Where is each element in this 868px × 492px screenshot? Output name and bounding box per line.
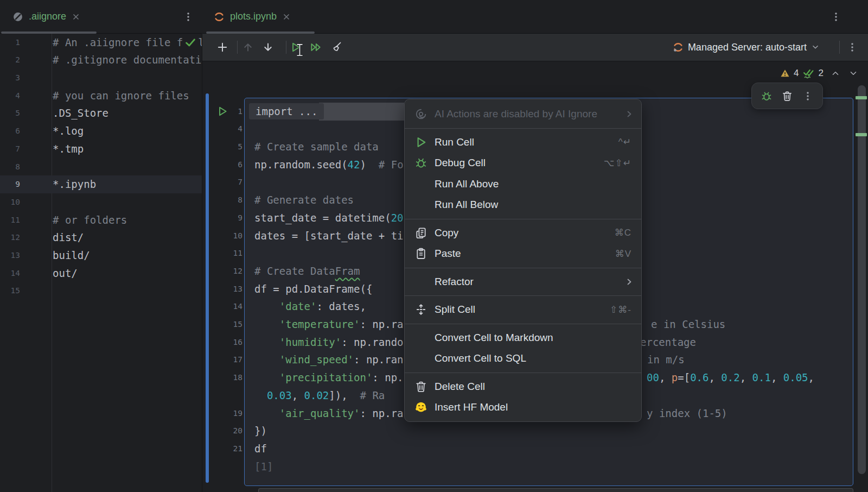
menu-item-convert-cell-to-sql[interactable]: Convert Cell to SQL [405, 348, 641, 369]
aiignore-editor[interactable]: 1# An .aiignore file fl2# .gitignore doc… [0, 34, 202, 492]
tab-aiignore[interactable]: .aiignore [12, 0, 81, 33]
prev-problem-icon[interactable] [831, 68, 840, 78]
code-line: # An .aiignore file fl [53, 34, 202, 52]
next-problem-icon[interactable] [848, 68, 858, 78]
code-token: }) [254, 425, 267, 437]
code-line: *.tmp [53, 140, 84, 158]
code-token: : np. [372, 371, 403, 383]
menu-item-shortcut: ⇧⌘- [610, 304, 631, 316]
split-icon [414, 303, 427, 316]
current-line-highlight [0, 175, 202, 193]
copy-icon [414, 226, 427, 239]
change-marker[interactable] [856, 133, 867, 136]
folded-code-region[interactable]: import ... [249, 103, 324, 119]
paste-icon [414, 247, 427, 260]
line-number: 20 [206, 422, 242, 440]
line-number: 1 [0, 34, 20, 52]
more-icon[interactable] [846, 41, 858, 53]
line-number: 8 [0, 158, 20, 176]
code-token: =[ [678, 371, 690, 383]
selection-highlight [319, 103, 404, 121]
code-line: out/ [53, 264, 78, 282]
line-number: 9 [206, 209, 242, 227]
text-cursor [296, 43, 304, 57]
line-number: 3 [0, 69, 20, 87]
code-line: df = pd.DataFrame({ [254, 280, 372, 298]
more-icon[interactable] [802, 90, 814, 102]
menu-item-run-all-below[interactable]: Run All Below [405, 194, 641, 216]
output-table-edge [258, 488, 853, 492]
close-icon[interactable] [282, 12, 291, 22]
menu-divider [405, 324, 641, 324]
code-token: in m/s [647, 354, 685, 365]
code-token: 0.1 [752, 371, 771, 383]
menu-item-split-cell[interactable]: Split Cell⇧⌘- [405, 299, 641, 320]
clear-outputs-icon[interactable] [330, 41, 342, 53]
vertical-scrollbar-thumb[interactable] [858, 85, 866, 474]
menu-item-insert-hf-model[interactable]: Insert HF Model [405, 397, 641, 418]
tab-plots-ipynb[interactable]: plots.ipynb [213, 0, 291, 33]
inspections-widget[interactable]: 4 2 [780, 66, 858, 80]
passed-count: 2 [818, 68, 823, 79]
run-icon [414, 136, 427, 149]
code-token: ]), [329, 389, 360, 401]
menu-item-label: Insert HF Model [435, 401, 508, 413]
more-icon[interactable] [830, 11, 842, 23]
code-token [254, 300, 279, 312]
line-number: 12 [0, 229, 20, 247]
chevron-right-icon [624, 276, 635, 287]
delete-cell-icon[interactable] [781, 90, 793, 102]
line-number: 13 [206, 280, 242, 298]
menu-item-copy[interactable]: Copy⌘C [405, 223, 641, 244]
code-line: dates = [start_date + ti [254, 227, 404, 245]
chevron-right-icon [624, 109, 635, 119]
code-token: # Fo [379, 159, 404, 171]
code-token [254, 371, 279, 383]
line-number: 16 [206, 333, 242, 351]
code-token: , [808, 371, 814, 383]
menu-item-refactor[interactable]: Refactor [405, 272, 641, 293]
code-line: 'temperature': np.ra [254, 316, 404, 333]
code-token: p [672, 371, 678, 383]
code-token: # Generate dates [254, 194, 354, 206]
menu-item-label: Run All Above [435, 178, 499, 190]
line-number: 14 [0, 264, 20, 282]
change-marker[interactable] [856, 96, 867, 99]
line-number: 4 [0, 87, 20, 105]
server-selector[interactable]: Managed Server: auto-start [672, 34, 820, 61]
code-token: l [198, 36, 202, 48]
code-line: start_date = datetime(20 [254, 209, 404, 227]
menu-item-label: Debug Cell [435, 157, 486, 169]
debug-cell-icon[interactable] [761, 90, 773, 102]
code-token: # An .aiignore file f [53, 36, 183, 48]
code-token: 0.02 [304, 389, 329, 401]
code-line: # .gitignore documentati [53, 51, 202, 69]
line-number: 6 [0, 122, 20, 140]
add-cell-icon[interactable] [216, 41, 228, 53]
menu-divider [405, 219, 641, 219]
move-cell-down-icon[interactable] [262, 41, 274, 53]
menu-item-run-cell[interactable]: Run Cell^↵ [405, 132, 641, 153]
more-icon[interactable] [182, 11, 194, 23]
menu-item-label: Delete Cell [435, 381, 485, 393]
left-tab-bar: .aiignore [0, 0, 202, 34]
menu-item-delete-cell[interactable]: Delete Cell [405, 376, 641, 398]
menu-item-run-all-above[interactable]: Run All Above [405, 174, 641, 195]
menu-item-convert-cell-to-markdown[interactable]: Convert Cell to Markdown [405, 327, 641, 349]
move-cell-up-icon[interactable] [242, 41, 254, 53]
menu-item-debug-cell[interactable]: Debug Cell⌥⇧↵ [405, 153, 641, 174]
code-token: 'humidity' [279, 336, 341, 348]
menu-item-paste[interactable]: Paste⌘V [405, 243, 641, 264]
code-token: , [659, 371, 672, 383]
code-token: : np.ra [360, 407, 403, 419]
code-token: *.log [53, 125, 84, 137]
code-line: }) [254, 422, 267, 440]
run-gutter-icon[interactable] [216, 105, 228, 117]
close-icon[interactable] [71, 12, 81, 22]
menu-item-label: AI Actions are disabled by AI Ignore [435, 108, 597, 120]
run-all-icon[interactable] [310, 41, 322, 53]
menu-item-label: Run Cell [435, 136, 474, 148]
code-line: build/ [53, 247, 90, 264]
ai-swirl-icon [414, 108, 427, 121]
code-token [254, 336, 279, 348]
